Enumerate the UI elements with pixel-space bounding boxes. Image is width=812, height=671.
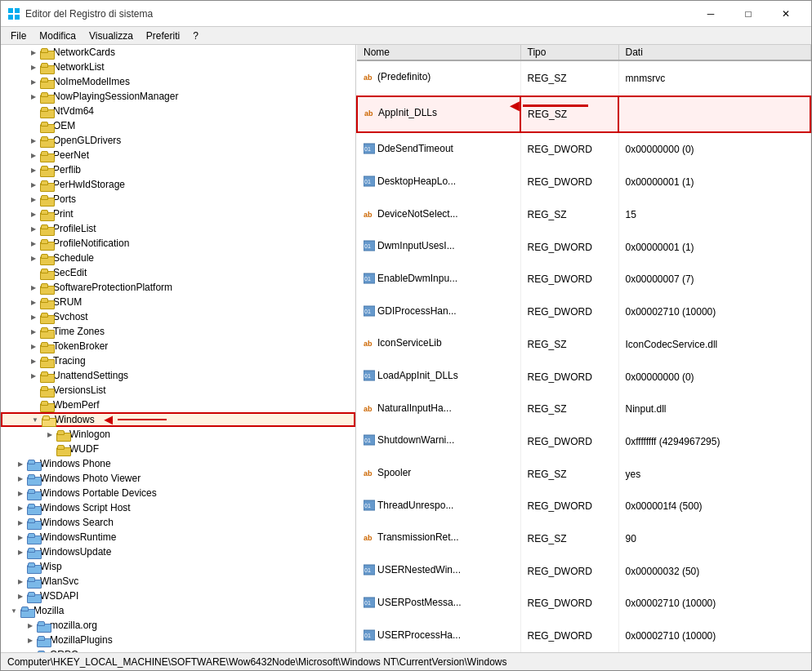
table-row[interactable]: 01 DdeSendTimeout REG_DWORD 0x00000000 (… [357, 132, 810, 167]
tree-item-wudf[interactable]: WUDF [1, 442, 355, 456]
tree-item-peernet[interactable]: ▶ PeerNet [1, 148, 355, 162]
tree-item-profilelist[interactable]: ▶ ProfileList [1, 221, 355, 236]
tree-item-wisp[interactable]: Wisp [1, 559, 355, 574]
table-row[interactable]: 01 USERProcessHa... REG_DWORD 0x00002710… [357, 620, 810, 652]
table-row[interactable]: 01 DwmInputUsesI... REG_DWORD 0x00000001… [357, 231, 810, 264]
table-row[interactable]: ab DeviceNotSelect... REG_SZ 15 [357, 198, 810, 231]
tree-item-versionslist[interactable]: VersionsList [1, 383, 355, 398]
tree-item-softwareprot[interactable]: ▶ SoftwareProtectionPlatform [1, 280, 355, 295]
tree-item-noimemodelines[interactable]: ▶ NoImeModelImes [1, 74, 355, 89]
tree-item-perhwidstorage[interactable]: ▶ PerHwIdStorage [1, 177, 355, 192]
tree-item-orpc[interactable]: ▶ ORPC [1, 647, 355, 652]
tree-item-ntvdm64[interactable]: NtVdm64 [1, 104, 355, 118]
tree-item-mozillaplugins[interactable]: ▶ MozillaPlugins [1, 633, 355, 647]
menu-preferiti[interactable]: Preferiti [140, 29, 186, 43]
tree-item-windows[interactable]: ▼ Windows ◄ [1, 412, 355, 427]
expand-icon: ▶ [14, 460, 27, 468]
tree-label: Winlogon [69, 429, 110, 440]
menu-visualizza[interactable]: Visualizza [83, 29, 140, 43]
tree-item-winlogon[interactable]: ▶ Winlogon [1, 427, 355, 442]
table-row[interactable]: ab IconServiceLib REG_SZ IconCodecServic… [357, 328, 810, 361]
table-row[interactable]: 01 ThreadUnrespo... REG_DWORD 0x000001f4… [357, 490, 810, 522]
tree-item-windowsphotoviewer[interactable]: ▶ Windows Photo Viewer [1, 471, 355, 486]
maximize-button[interactable]: □ [729, 1, 767, 27]
tree-item-windowsruntime[interactable]: ▶ WindowsRuntime [1, 530, 355, 544]
table-row[interactable]: 01 USERPostMessa... REG_DWORD 0x00002710… [357, 587, 810, 620]
table-row[interactable]: 01 GDIProcessHan... REG_DWORD 0x00002710… [357, 296, 810, 328]
tree-item-print[interactable]: ▶ Print [1, 207, 355, 221]
col-header-data[interactable]: Dati [618, 45, 810, 60]
table-row[interactable]: ab TransmissionRet... REG_SZ 90 [357, 522, 810, 555]
reg-name-cell: ab AppInit_DLLs [357, 96, 520, 132]
tree-item-windowsscripthost[interactable]: ▶ Windows Script Host [1, 500, 355, 515]
tree-item-srum[interactable]: ▶ SRUM [1, 295, 355, 309]
folder-icon [42, 415, 55, 425]
tree-item-wsdapi[interactable]: ▶ WSDAPI [1, 589, 355, 603]
tree-panel[interactable]: ▶ NetworkCards ▶ NetworkList ▶ NoImeMode… [1, 45, 356, 652]
tree-label: mozilla.org [50, 620, 97, 631]
tree-item-windowsupdate[interactable]: ▶ WindowsUpdate [1, 544, 355, 559]
reg-type-cell: REG_DWORD [520, 587, 618, 620]
tree-item-mozillaorg[interactable]: ▶ mozilla.org [1, 618, 355, 633]
tree-item-ports[interactable]: ▶ Ports [1, 192, 355, 207]
tree-item-windowsportabledevices[interactable]: ▶ Windows Portable Devices [1, 486, 355, 500]
tree-label: SoftwareProtectionPlatform [53, 282, 172, 293]
reg-data-cell: 90 [618, 522, 810, 555]
svg-text:01: 01 [364, 567, 371, 573]
folder-icon [40, 77, 53, 87]
tree-item-windowssearch[interactable]: ▶ Windows Search [1, 515, 355, 530]
reg-type-cell: REG_DWORD [520, 555, 618, 588]
table-row[interactable]: 01 LoadAppInit_DLLs REG_DWORD 0x00000000… [357, 361, 810, 393]
tree-item-perflib[interactable]: ▶ Perflib [1, 162, 355, 177]
right-panel: Nome Tipo Dati ab (Predefinit [356, 45, 811, 652]
table-row[interactable]: 01 USERNestedWin... REG_DWORD 0x00000032… [357, 555, 810, 588]
tree-item-unattendsettings[interactable]: ▶ UnattendSettings [1, 368, 355, 383]
svg-text:01: 01 [364, 503, 371, 509]
tree-item-opengldrivers[interactable]: ▶ OpenGLDrivers [1, 133, 355, 148]
tree-item-networklist[interactable]: ▶ NetworkList [1, 60, 355, 74]
table-row[interactable]: ab NaturalInputHa... REG_SZ Ninput.dll [357, 393, 810, 425]
folder-icon [40, 209, 53, 220]
tree-item-wlansvc[interactable]: ▶ WlanSvc [1, 574, 355, 589]
table-row-appinit[interactable]: ab AppInit_DLLs REG_SZ [357, 96, 810, 132]
table-row[interactable]: ab (Predefinito) REG_SZ mnmsrvc [357, 60, 810, 96]
reg-data-cell: 0x00002710 (10000) [618, 587, 810, 620]
expand-icon: ▶ [14, 504, 27, 512]
tree-item-mozilla[interactable]: ▼ Mozilla [1, 603, 355, 618]
svg-text:ab: ab [364, 405, 373, 413]
tree-label: NoImeModelImes [53, 76, 130, 87]
col-header-name[interactable]: Nome [357, 45, 520, 60]
tree-item-tokenbroker[interactable]: ▶ TokenBroker [1, 339, 355, 353]
tree-item-wbemperf[interactable]: WbemPerf [1, 398, 355, 412]
menu-help[interactable]: ? [186, 29, 205, 43]
tree-item-schedule[interactable]: ▶ Schedule [1, 251, 355, 265]
table-row[interactable]: 01 DesktopHeapLo... REG_DWORD 0x00000001… [357, 167, 810, 199]
tree-label: WindowsUpdate [40, 546, 111, 558]
folder-icon [40, 400, 53, 411]
tree-label: OEM [53, 120, 75, 131]
folder-icon [27, 591, 40, 602]
tree-item-secedit[interactable]: SecEdit [1, 265, 355, 280]
tree-item-profilenotification[interactable]: ▶ ProfileNotification [1, 236, 355, 251]
reg-name-cell: ab IconServiceLib [357, 328, 520, 361]
tree-item-timezones[interactable]: ▶ Time Zones [1, 324, 355, 339]
expand-icon: ▶ [24, 637, 37, 644]
table-row[interactable]: ab Spooler REG_SZ yes [357, 458, 810, 491]
reg-sz-icon: ab [364, 208, 375, 220]
table-row[interactable]: 01 ShutdownWarni... REG_DWORD 0xffffffff… [357, 425, 810, 458]
menu-bar: File Modifica Visualizza Preferiti ? [1, 27, 811, 45]
minimize-button[interactable]: ─ [692, 1, 729, 27]
svg-text:ab: ab [364, 534, 373, 542]
close-button[interactable]: ✕ [767, 1, 805, 27]
status-bar: Computer\HKEY_LOCAL_MACHINE\SOFTWARE\Wow… [1, 652, 811, 670]
menu-file[interactable]: File [4, 29, 33, 43]
col-header-type[interactable]: Tipo [520, 45, 618, 60]
tree-item-oem[interactable]: OEM [1, 118, 355, 133]
tree-item-networkcards[interactable]: ▶ NetworkCards [1, 45, 355, 60]
tree-item-tracing[interactable]: ▶ Tracing [1, 353, 355, 368]
tree-item-nowplaying[interactable]: ▶ NowPlayingSessionManager [1, 89, 355, 104]
table-row[interactable]: 01 EnableDwmInpu... REG_DWORD 0x00000007… [357, 264, 810, 296]
menu-modifica[interactable]: Modifica [33, 29, 83, 43]
tree-item-svchost[interactable]: ▶ Svchost [1, 309, 355, 324]
tree-item-windowsphone[interactable]: ▶ Windows Phone [1, 456, 355, 471]
